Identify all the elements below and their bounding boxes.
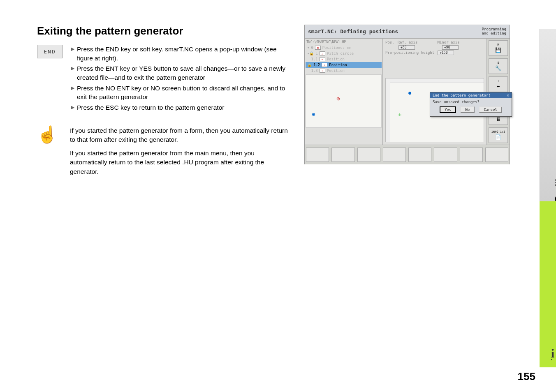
note-paragraph: If you started the pattern generator fro…	[70, 149, 292, 176]
ref-axis-input[interactable]: +50	[398, 45, 415, 50]
tree-path: TNC:\SMARTNC\NEW1.HP	[306, 39, 382, 45]
screenshot-title: smarT.NC: Defining positions	[308, 28, 398, 35]
form-label: Pre-positioning height	[385, 51, 434, 55]
bullet-text: Press the NO ENT key or NO screen button…	[77, 84, 292, 101]
disk-icon: 💾	[495, 47, 501, 53]
col-header: Minor axis	[437, 40, 459, 44]
dialog-message: Save unsaved changes?	[433, 100, 509, 104]
confirm-dialog: End the pattern generator! ✕ Save unsave…	[430, 92, 512, 117]
bullet-text: Press the ESC key to return to the patte…	[77, 103, 224, 112]
page-icon: 📄	[495, 134, 501, 140]
softkey[interactable]	[357, 148, 380, 162]
close-icon[interactable]: ✕	[507, 93, 509, 97]
target-icon: ⊕	[336, 95, 340, 102]
target-icon: ⊕	[312, 111, 315, 118]
end-key: END	[37, 45, 63, 58]
s-button[interactable]: S🔧	[489, 58, 508, 74]
triangle-icon: ▶	[71, 45, 74, 62]
note-hand-icon: ☝	[37, 126, 58, 180]
cancel-button[interactable]: Cancel	[479, 106, 502, 113]
touch-icon: ↔	[497, 83, 500, 89]
softkey[interactable]	[408, 148, 431, 162]
softkey[interactable]	[460, 148, 483, 162]
side-tab-green	[540, 201, 556, 367]
triangle-icon: ▶	[71, 84, 74, 101]
softkey[interactable]	[485, 148, 508, 162]
tree-row[interactable]: ▾1.1+Position	[306, 56, 382, 62]
pc-icon: 🖥	[496, 116, 501, 122]
bullet-text: Press the END key or soft key. smarT.NC …	[77, 45, 292, 62]
ruler-horizontal	[386, 78, 484, 83]
point-icon: +	[322, 63, 327, 67]
t-button[interactable]: T↔	[489, 76, 508, 92]
tool-icon: 🔧	[495, 65, 501, 71]
minor-axis-input[interactable]: +90	[442, 45, 459, 50]
bullet-text: Press the ENT key or YES button to save …	[77, 64, 292, 82]
softkey[interactable]	[306, 148, 329, 162]
triangle-icon: ▶	[71, 64, 74, 82]
point-icon: +	[320, 57, 325, 61]
softkey[interactable]	[434, 148, 457, 162]
tree-row-active[interactable]: 🔒1.2+Position	[306, 62, 382, 68]
yes-button[interactable]: Yes	[440, 106, 456, 113]
tree-preview: ⊕ ⊕	[306, 74, 382, 128]
ruler-vertical	[386, 78, 390, 142]
softkey-bar	[305, 145, 510, 164]
info-button[interactable]: INFO 1/3📄	[489, 127, 508, 143]
triangle-icon: ▶	[71, 103, 74, 112]
no-button[interactable]: No	[460, 106, 475, 113]
tree-row[interactable]: ▾0⊞Positions: mm	[306, 45, 382, 51]
tree-panel: TNC:\SMARTNC\NEW1.HP ▾0⊞Positions: mm ▾🔒…	[305, 39, 383, 145]
point-marker: ●	[408, 90, 411, 96]
footer-rule	[37, 368, 535, 368]
note-paragraph: If you started the pattern generator fro…	[70, 126, 292, 145]
instruction-list: ▶Press the END key or soft key. smarT.NC…	[71, 45, 292, 114]
tree-row[interactable]: ▾🔒1∴Pitch circle	[306, 51, 382, 56]
mode-line: and editing	[482, 32, 506, 36]
circle-icon: ∴	[320, 51, 325, 55]
info-icon: i•	[551, 346, 554, 362]
prepos-input[interactable]: +150	[438, 51, 454, 55]
cnc-screenshot: smarT.NC: Defining positions Programming…	[304, 25, 510, 164]
m-button[interactable]: M💾	[489, 40, 508, 56]
cross-marker: +	[398, 111, 401, 118]
page-number: 155	[518, 370, 535, 383]
point-icon: +	[320, 69, 325, 73]
col-header: Pos.	[385, 40, 394, 44]
grid-icon: ⊞	[315, 46, 321, 50]
tree-row[interactable]: ▾1.3+Position	[306, 68, 382, 74]
dialog-title-text: End the pattern generator!	[433, 93, 491, 97]
softkey[interactable]	[331, 148, 354, 162]
softkey[interactable]	[383, 148, 406, 162]
col-header: Ref. axis	[398, 40, 418, 44]
page-heading: Exiting the pattern generator	[37, 25, 292, 37]
